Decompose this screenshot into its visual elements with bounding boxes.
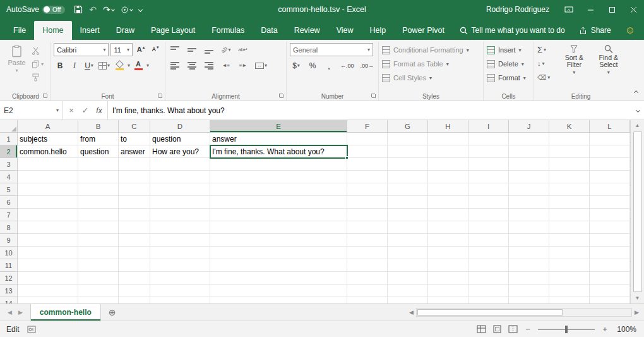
- horizontal-scrollbar[interactable]: ◀ ▶: [404, 304, 644, 321]
- customize-qat-button[interactable]: [139, 8, 142, 11]
- cell-F3[interactable]: [347, 158, 388, 171]
- cell-J14[interactable]: [509, 297, 549, 303]
- cell-A11[interactable]: [18, 259, 78, 272]
- cell-K4[interactable]: [549, 171, 590, 183]
- cell-L14[interactable]: [590, 297, 630, 303]
- cell-K6[interactable]: [549, 196, 590, 209]
- cell-D3[interactable]: [150, 158, 210, 171]
- cell-K1[interactable]: [549, 133, 590, 145]
- accounting-format-button[interactable]: $▾: [290, 59, 302, 72]
- cell-C10[interactable]: [119, 247, 150, 259]
- cell-E13[interactable]: [210, 285, 347, 297]
- decrease-indent-button[interactable]: ◄≡: [220, 59, 232, 72]
- ribbon-tab-home[interactable]: Home: [34, 21, 71, 40]
- cell-H7[interactable]: [428, 209, 468, 221]
- cell-C9[interactable]: [119, 234, 150, 247]
- cell-H4[interactable]: [428, 171, 468, 183]
- cell-C3[interactable]: [119, 158, 150, 171]
- cell-J13[interactable]: [509, 285, 549, 297]
- ribbon-tab-help[interactable]: Help: [362, 21, 395, 40]
- cell-G14[interactable]: [388, 297, 428, 303]
- cell-H6[interactable]: [428, 196, 468, 209]
- cell-C14[interactable]: [119, 297, 150, 303]
- paste-button[interactable]: Paste ▾: [4, 43, 29, 83]
- row-header-3[interactable]: 3: [0, 158, 18, 171]
- cell-K9[interactable]: [549, 234, 590, 247]
- cell-A1[interactable]: subjects: [18, 133, 78, 145]
- cell-F7[interactable]: [347, 209, 388, 221]
- row-header-5[interactable]: 5: [0, 183, 18, 196]
- cell-E11[interactable]: [210, 259, 347, 272]
- cut-button[interactable]: [32, 45, 47, 56]
- cell-G13[interactable]: [388, 285, 428, 297]
- enter-entry-button[interactable]: ✓: [78, 106, 92, 115]
- cell-C5[interactable]: [119, 183, 150, 196]
- sort-filter-button[interactable]: Sort & Filter ▾: [558, 43, 590, 83]
- cell-E12[interactable]: [210, 272, 347, 285]
- cell-C13[interactable]: [119, 285, 150, 297]
- row-header-6[interactable]: 6: [0, 196, 18, 209]
- cell-K2[interactable]: [549, 145, 590, 158]
- cell-I8[interactable]: [468, 221, 509, 234]
- cell-D5[interactable]: [150, 183, 210, 196]
- cell-A10[interactable]: [18, 247, 78, 259]
- cell-E6[interactable]: [210, 196, 347, 209]
- ribbon-tab-draw[interactable]: Draw: [108, 21, 143, 40]
- font-name-combo[interactable]: Calibri▾: [54, 43, 109, 56]
- sheet-tab-common-hello[interactable]: common-hello: [30, 304, 101, 321]
- orientation-button[interactable]: ab▾: [220, 43, 232, 56]
- cell-K7[interactable]: [549, 209, 590, 221]
- cell-K3[interactable]: [549, 158, 590, 171]
- row-header-10[interactable]: 10: [0, 247, 18, 259]
- scroll-left-icon[interactable]: ◀: [409, 309, 414, 316]
- row-header-8[interactable]: 8: [0, 221, 18, 234]
- cell-B12[interactable]: [78, 272, 119, 285]
- cell-H11[interactable]: [428, 259, 468, 272]
- next-sheet-button[interactable]: ▶: [18, 309, 23, 316]
- cell-K5[interactable]: [549, 183, 590, 196]
- column-header-F[interactable]: F: [347, 120, 388, 133]
- font-size-combo[interactable]: 11▾: [110, 43, 133, 56]
- wrap-text-button[interactable]: ab↵: [237, 43, 249, 56]
- align-left-button[interactable]: [169, 59, 181, 72]
- row-header-14[interactable]: 14: [0, 297, 18, 303]
- cell-D4[interactable]: [150, 171, 210, 183]
- row-header-12[interactable]: 12: [0, 272, 18, 285]
- maximize-button[interactable]: [601, 0, 623, 19]
- row-header-13[interactable]: 13: [0, 285, 18, 297]
- cell-L9[interactable]: [590, 234, 630, 247]
- cell-C12[interactable]: [119, 272, 150, 285]
- formula-bar-expand-button[interactable]: [631, 101, 644, 119]
- cell-K12[interactable]: [549, 272, 590, 285]
- autosum-button[interactable]: Σ▾: [537, 43, 556, 56]
- cell-F6[interactable]: [347, 196, 388, 209]
- cell-H3[interactable]: [428, 158, 468, 171]
- formula-input[interactable]: I'm fine, thanks. What about you?: [108, 101, 631, 119]
- shrink-font-button[interactable]: A▾: [149, 43, 162, 56]
- cell-H9[interactable]: [428, 234, 468, 247]
- cell-L4[interactable]: [590, 171, 630, 183]
- fill-color-dropdown-icon[interactable]: ▾: [128, 63, 130, 68]
- number-dialog-launcher[interactable]: [371, 94, 376, 99]
- cell-C4[interactable]: [119, 171, 150, 183]
- cell-E10[interactable]: [210, 247, 347, 259]
- column-header-I[interactable]: I: [468, 120, 509, 133]
- format-painter-button[interactable]: [32, 71, 47, 83]
- insert-cells-button[interactable]: Insert▾: [487, 43, 530, 57]
- insert-function-button[interactable]: fx: [92, 106, 106, 115]
- row-header-2[interactable]: 2: [0, 145, 18, 158]
- ribbon-tab-page-layout[interactable]: Page Layout: [143, 21, 203, 40]
- cell-J11[interactable]: [509, 259, 549, 272]
- cell-L1[interactable]: [590, 133, 630, 145]
- cell-J5[interactable]: [509, 183, 549, 196]
- horizontal-scrollbar-thumb[interactable]: [417, 309, 563, 316]
- cell-J7[interactable]: [509, 209, 549, 221]
- cell-J4[interactable]: [509, 171, 549, 183]
- cell-A2[interactable]: common.hello: [18, 145, 78, 158]
- cell-B6[interactable]: [78, 196, 119, 209]
- cell-I13[interactable]: [468, 285, 509, 297]
- cell-H2[interactable]: [428, 145, 468, 158]
- previous-sheet-button[interactable]: ◀: [8, 309, 12, 316]
- cell-B13[interactable]: [78, 285, 119, 297]
- cancel-entry-button[interactable]: ×: [64, 106, 78, 115]
